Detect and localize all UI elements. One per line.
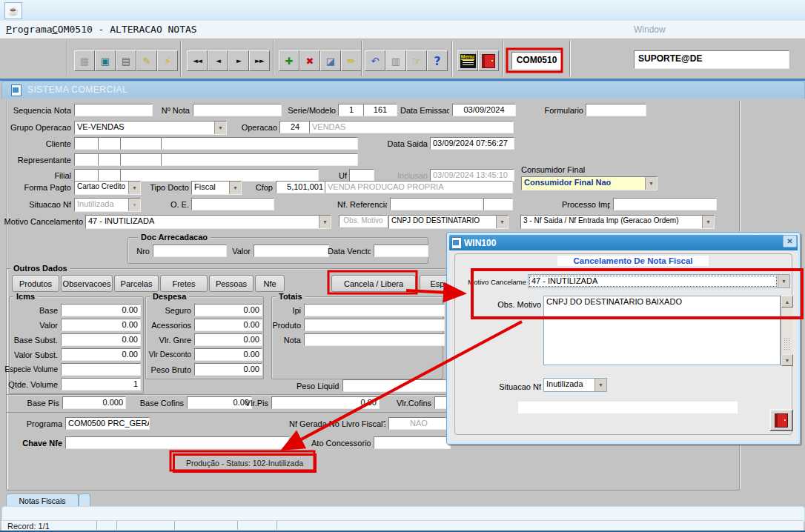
peso-liquido-field[interactable] [342,379,446,392]
data-emissao-field[interactable]: 03/09/2024 [452,104,516,116]
geracao-select[interactable]: 3 - Nf Saida / Nf Entrada Imp (Geracao O… [520,215,715,229]
qtde-volume-field[interactable]: 1 [61,378,141,390]
menu-programa[interactable]: Programa [6,24,53,35]
dialog-titlebar[interactable]: WIN100 [449,235,798,250]
cfop-field[interactable]: 5,101,001 [276,181,326,193]
tab-fretes[interactable]: Fretes [160,275,208,292]
icms-base-subst-field[interactable]: 0.00 [61,333,141,346]
chevron-down-icon[interactable]: ▼ [645,177,657,190]
programa-field[interactable]: COM0500 PRC_GERA [65,417,150,430]
oe-field[interactable] [191,198,274,210]
representante-field-1[interactable] [74,153,101,166]
representante-field-2[interactable] [98,153,123,166]
grupo-operacao-select[interactable]: VE-VENDAS ▼ [74,121,227,135]
chevron-down-icon[interactable]: ▼ [496,216,508,228]
cliente-field-2[interactable] [98,137,123,150]
processo-imp-field[interactable] [613,198,717,210]
menu-button[interactable]: Menu [457,50,478,71]
execute-query-button[interactable]: ⚡ [157,50,178,71]
filial-field-2[interactable] [98,169,123,182]
icms-valor-subst-field[interactable]: 0.00 [61,348,141,361]
nf-referencia-field[interactable] [390,198,483,210]
tab-cancela-libera[interactable]: Cancela / Libera [331,275,416,292]
user-field[interactable]: SUPORTE@DE [634,50,789,69]
tab-parcelas[interactable]: Parcelas [114,275,159,292]
sequencia-nota-field[interactable] [74,104,153,116]
nav-prev-button[interactable]: ◄ [208,50,228,71]
formulario-field[interactable] [586,104,646,116]
clipboard-button[interactable]: ▥ [385,50,406,71]
produto-field[interactable] [304,319,445,331]
dialog-situacao-select[interactable]: Inutilizada ▼ [543,378,607,392]
representante-field-3[interactable] [120,153,162,166]
uf-field[interactable] [349,169,374,182]
motivo-cancelamento-select[interactable]: 47 - INUTILIZADA ▼ [85,215,331,229]
exit-button[interactable] [478,50,499,71]
cliente-field-1[interactable] [74,137,101,150]
scroll-grip[interactable] [784,337,790,350]
insert-record-button[interactable]: ✚ [279,50,299,71]
consumidor-final-select[interactable]: Consumidor Final Nao ▼ [521,176,657,190]
clear-record-button[interactable]: ✏ [341,50,362,71]
scroll-up-icon[interactable]: ▲ [781,296,793,307]
scroll-down-icon[interactable]: ▼ [781,354,793,366]
nav-last-button[interactable]: ►► [249,50,270,71]
base-cofins-field[interactable]: 0.00 [187,396,252,409]
chevron-down-icon[interactable]: ▼ [319,216,331,228]
enter-query-button[interactable]: ✎ [136,50,157,71]
dialog-obs-scrollbar[interactable]: ▲ ▼ [781,296,792,365]
dialog-obs-textarea[interactable]: CNPJ DO DESTINATARIO BAIXADO [543,296,781,365]
delete-record-button[interactable]: ✖ [299,50,320,71]
acessorios-field[interactable]: 0.00 [194,319,262,331]
screen-button[interactable]: ▣ [95,50,116,71]
serie-field[interactable]: 1 [338,104,365,116]
chevron-down-icon[interactable]: ▼ [128,182,140,194]
help-button[interactable]: ? [427,50,448,71]
edit-window-button[interactable]: ◪ [320,50,341,71]
tab-pessoas[interactable]: Pessoas [209,275,254,292]
nota-field[interactable] [304,333,445,346]
chevron-down-icon[interactable]: ▼ [594,379,606,391]
lock-record-button[interactable]: ☞ [406,50,427,71]
tab-nfe[interactable]: Nfe [255,275,285,292]
data-vencto-field[interactable] [374,245,428,257]
base-pis-field[interactable]: 0.000 [62,396,126,409]
chevron-down-icon[interactable]: ▼ [214,122,226,134]
cliente-field-3[interactable] [120,137,162,150]
nav-next-button[interactable]: ► [228,50,249,71]
menu-window[interactable]: Window [634,24,666,35]
ipi-field[interactable] [304,304,445,316]
nro-field[interactable] [153,245,227,257]
chevron-down-icon[interactable]: ▼ [702,216,714,228]
icms-base-field[interactable]: 0.00 [61,304,141,316]
dialog-motivo-select[interactable]: 47 - INUTILIZADA ▼ [528,274,790,288]
no-nota-field[interactable] [193,104,282,116]
cliente-nome-field[interactable] [161,137,358,150]
representante-nome-field[interactable] [161,153,358,166]
modelo-field[interactable]: 161 [363,104,397,116]
filial-nome-field[interactable] [120,169,319,182]
especie-volume-field[interactable] [61,363,141,376]
vlr-desconto-field[interactable]: 0.00 [194,348,262,361]
tipo-docto-select[interactable]: Fiscal ▼ [191,181,242,195]
chevron-down-icon[interactable]: ▼ [778,275,789,287]
program-code-field[interactable]: COM0510 [511,52,562,70]
valor-field[interactable] [254,245,329,257]
icms-valor-field[interactable]: 0.00 [61,319,141,331]
nav-first-button[interactable]: ◄◄ [187,50,208,71]
tab-notas-fiscais[interactable]: Notas Fiscais [6,493,79,507]
tab-observacoes[interactable]: Observacoes [61,275,113,292]
filial-field-1[interactable] [74,169,101,182]
forma-pagto-select[interactable]: Cartao Credito ▼ [74,181,141,195]
print-button[interactable]: ▤ [116,50,136,71]
operacao-code-field[interactable]: 24 [279,121,311,133]
tab-produtos[interactable]: Produtos [12,275,59,292]
undo-button[interactable]: ↶ [365,50,385,71]
chevron-down-icon[interactable]: ▼ [229,182,241,194]
ato-concessorio-field[interactable] [374,436,451,449]
peso-bruto-field[interactable]: 0.00 [194,363,262,376]
vlr-gnre-field[interactable]: 0.00 [194,333,262,346]
save-button[interactable]: ▦ [74,50,95,71]
data-saida-field[interactable]: 03/09/2024 07:56:27 [430,137,514,150]
vlr-pis-field[interactable]: 0.00 [271,396,380,409]
